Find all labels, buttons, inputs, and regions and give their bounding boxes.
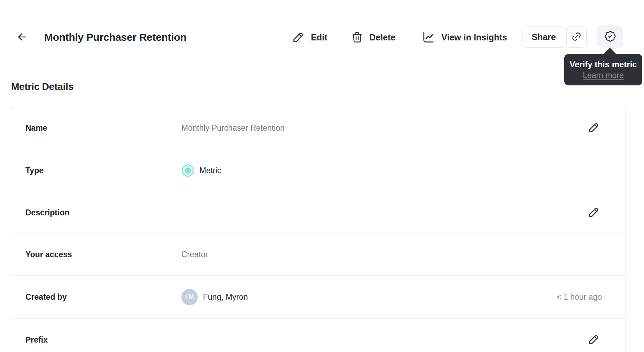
row-name-value: Monthly Purchaser Retention <box>181 123 285 133</box>
row-your-access: Your access Creator <box>10 233 626 275</box>
tooltip-arrow <box>603 48 616 54</box>
metric-details-card: Name Monthly Purchaser Retention Type <box>10 107 626 352</box>
metric-details-page: Monthly Purchaser Retention Edit Delete … <box>0 0 644 352</box>
row-type-value-text: Metric <box>199 166 221 175</box>
row-your-access-value: Creator <box>181 250 208 259</box>
row-prefix-label: Prefix <box>25 335 181 345</box>
edit-button[interactable]: Edit <box>292 30 327 45</box>
copy-link-button[interactable] <box>566 26 587 48</box>
row-description: Description <box>10 192 626 233</box>
verify-tooltip: Verify this metric Learn more <box>564 54 642 85</box>
view-in-insights-button[interactable]: View in Insights <box>422 30 507 45</box>
tooltip-title: Verify this metric <box>564 59 642 70</box>
created-time: < 1 hour ago <box>557 292 602 302</box>
row-name: Name Monthly Purchaser Retention <box>10 107 626 149</box>
delete-button-label: Delete <box>369 32 395 43</box>
pencil-icon <box>588 121 600 135</box>
view-in-insights-label: View in Insights <box>441 32 507 43</box>
arrow-left-icon <box>16 31 29 44</box>
row-created-by-value: FM Fung, Myron <box>181 289 248 305</box>
header-divider <box>10 64 644 64</box>
trash-icon <box>351 31 363 44</box>
row-type-value: Metric <box>181 163 221 178</box>
row-type-label: Type <box>25 166 181 175</box>
creator-name: Fung, Myron <box>203 292 248 302</box>
row-your-access-label: Your access <box>25 250 181 259</box>
metric-hexagon-icon <box>181 163 194 178</box>
edit-button-label: Edit <box>311 32 327 43</box>
row-created-by-label: Created by <box>25 292 181 302</box>
edit-prefix-button[interactable] <box>587 333 600 347</box>
row-type: Type Metric <box>10 149 626 192</box>
row-created-by: Created by FM Fung, Myron < 1 hour ago <box>10 275 626 318</box>
line-chart-icon <box>422 30 435 44</box>
verify-metric-button[interactable] <box>597 25 623 48</box>
share-button[interactable]: Share <box>523 26 565 48</box>
edit-name-button[interactable] <box>587 121 600 135</box>
verified-badge-icon <box>604 30 617 44</box>
pencil-icon <box>588 333 600 347</box>
page-title: Monthly Purchaser Retention <box>44 30 187 44</box>
delete-button[interactable]: Delete <box>351 30 395 45</box>
edit-description-button[interactable] <box>587 206 600 220</box>
row-name-label: Name <box>25 123 181 133</box>
learn-more-link[interactable]: Learn more <box>583 70 624 81</box>
row-prefix: Prefix <box>10 318 626 352</box>
row-description-label: Description <box>25 208 181 217</box>
pencil-icon <box>588 206 600 220</box>
pencil-icon <box>292 31 305 44</box>
link-icon <box>571 31 582 43</box>
avatar: FM <box>181 289 198 305</box>
section-heading: Metric Details <box>11 81 73 92</box>
back-button[interactable] <box>15 30 30 45</box>
